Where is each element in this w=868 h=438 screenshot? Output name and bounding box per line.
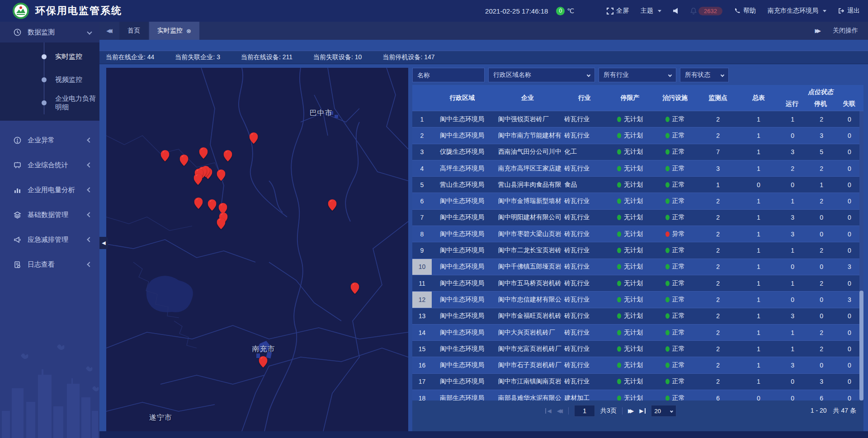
- tabs-scroll-left[interactable]: ◀◀: [99, 22, 119, 40]
- page-size-select[interactable]: 20: [651, 405, 676, 417]
- table-row[interactable]: 2阆中生态环境局阆中市南方节能建材有砖瓦行业无计划正常21030: [412, 127, 863, 144]
- table-row[interactable]: 1阆中生态环境局阆中强锐页岩砖厂砖瓦行业无计划正常21120: [412, 111, 863, 127]
- sidebar-subitem-power-load-detail[interactable]: 企业电力负荷明细: [0, 91, 99, 114]
- region-select[interactable]: 行政区域名称: [488, 68, 595, 82]
- map-pin-icon[interactable]: [199, 147, 208, 159]
- sidebar-item-emergency-reduction[interactable]: 应急减排管理: [0, 230, 99, 249]
- map-pin-icon[interactable]: [161, 150, 170, 161]
- table-row[interactable]: 18南部生态环境局南部县难华水泥有限公建材加工无计划正常60060: [412, 390, 863, 400]
- prev-page-button[interactable]: ◀◀: [557, 408, 563, 414]
- cell-run: 3: [778, 144, 807, 160]
- cell-monitor: 7: [697, 144, 740, 160]
- caret-down-icon: [658, 10, 661, 12]
- map-pin-icon[interactable]: [224, 150, 232, 161]
- map-pin-icon[interactable]: [194, 174, 203, 185]
- cell-industry: 砖瓦行业: [562, 374, 606, 390]
- cell-stopped: 0: [807, 210, 835, 226]
- scrollbar-thumb[interactable]: [859, 291, 863, 400]
- map-pin-icon[interactable]: [350, 283, 359, 294]
- cell-stopped: 3: [807, 374, 835, 390]
- green-status-dot: [665, 379, 670, 384]
- table-row[interactable]: 15阆中生态环境局阆中市光富页岩机砖厂砖瓦行业无计划正常21120: [412, 341, 863, 357]
- tab-realtime-monitor[interactable]: 实时监控 ⊗: [149, 22, 199, 40]
- sidebar-item-power-analysis[interactable]: 企业用电量分析: [0, 180, 99, 199]
- first-page-button[interactable]: ◀: [545, 408, 551, 414]
- sidebar-item-data-monitor[interactable]: 数据监测: [0, 22, 99, 42]
- close-tab-icon[interactable]: ⊗: [186, 28, 191, 34]
- page-number-input[interactable]: [574, 405, 595, 417]
- sidebar-item-base-data[interactable]: 基础数据管理: [0, 205, 99, 224]
- table-row[interactable]: 3仪陇生态环境局西南油气田分公司川中化工无计划正常71350: [412, 144, 863, 160]
- tabs-scroll-right[interactable]: ▶▶: [815, 28, 821, 34]
- org-dropdown[interactable]: 南充市生态环境局: [768, 7, 826, 15]
- table-row[interactable]: 12阆中生态环境局阆中市忠信建材有限公砖瓦行业无计划正常21003: [412, 292, 863, 308]
- sound-button[interactable]: [673, 8, 679, 14]
- map-pin-icon[interactable]: [217, 218, 225, 229]
- col-stop: 停限产: [606, 85, 654, 111]
- sidebar-item-enterprise-abnormal[interactable]: 企业异常: [0, 131, 99, 150]
- table-row[interactable]: 5营山生态环境局营山县润丰肉食品有限食品无计划正常10010: [412, 177, 863, 193]
- table-row[interactable]: 9阆中生态环境局阆中市二龙长宝页岩砖砖瓦行业无计划正常21120: [412, 242, 863, 259]
- sidebar-collapse-button[interactable]: ◀: [99, 237, 108, 249]
- sidebar-item-log-view[interactable]: 日志查看: [0, 255, 99, 274]
- cell-stopped: 1: [807, 177, 835, 193]
- table-row[interactable]: 16阆中生态环境局阆中市石子页岩机砖厂砖瓦行业无计划正常21300: [412, 357, 863, 373]
- help-button[interactable]: 帮助: [734, 7, 756, 15]
- map-pin-icon[interactable]: [208, 199, 216, 211]
- table-row[interactable]: 4高坪生态环境局南充市高坪区王家店建砖瓦行业无计划正常31220: [412, 160, 863, 177]
- cell-stopped: 0: [807, 226, 835, 242]
- industry-select[interactable]: 所有行业: [599, 68, 676, 82]
- close-operations-button[interactable]: 关闭操作: [833, 27, 858, 35]
- name-search-input[interactable]: [412, 68, 485, 82]
- cell-stop: 无计划: [606, 357, 654, 373]
- sidebar-item-enterprise-statistics[interactable]: 企业综合统计: [0, 155, 99, 174]
- range-label: 1 - 20: [811, 407, 827, 415]
- map-pin-icon[interactable]: [194, 198, 203, 209]
- table-row[interactable]: 10阆中生态环境局阆中千佛镇五郎垭页岩砖瓦行业无计划正常21003: [412, 259, 863, 275]
- cell-region: 高坪生态环境局: [432, 160, 493, 176]
- megaphone-icon: [14, 236, 21, 244]
- row-number: 1: [412, 111, 432, 127]
- notifications[interactable]: 2632: [690, 7, 722, 15]
- cell-monitor: 2: [697, 242, 740, 258]
- green-status-dot: [665, 363, 670, 368]
- cell-enterprise: 南部县难华水泥有限公: [493, 390, 563, 400]
- table-row[interactable]: 17阆中生态环境局阆中市江南镇阆南页岩砖瓦行业无计划正常21030: [412, 374, 863, 390]
- map-pin-icon[interactable]: [328, 199, 337, 211]
- cell-stopped: 0: [807, 308, 835, 324]
- table-row[interactable]: 13阆中生态环境局阆中市金福旺页岩机砖砖瓦行业无计划正常21300: [412, 308, 863, 325]
- cell-meter: 0: [739, 390, 778, 400]
- table-row[interactable]: 6阆中生态环境局阆中市金博瑞新型墙材砖瓦行业无计划正常21120: [412, 193, 863, 209]
- cell-stop: 无计划: [606, 308, 654, 324]
- cell-enterprise: 阆中千佛镇五郎垭页岩: [493, 259, 563, 275]
- bullet-icon: [42, 100, 47, 105]
- table-row[interactable]: 8阆中生态环境局阆中市枣碧大梁山页岩砖瓦行业无计划异常21300: [412, 226, 863, 242]
- sidebar-subitem-video-monitor[interactable]: 视频监控: [0, 68, 99, 91]
- cell-stop: 无计划: [606, 242, 654, 258]
- col-stopped: 停机: [807, 97, 835, 111]
- map-pin-icon[interactable]: [217, 170, 225, 181]
- table-row[interactable]: 7阆中生态环境局阆中明阳建材有限公司砖瓦行业无计划正常21300: [412, 210, 863, 226]
- theme-dropdown[interactable]: 主题: [641, 7, 661, 15]
- fullscreen-button[interactable]: 全屏: [607, 7, 629, 15]
- logout-button[interactable]: 退出: [838, 7, 860, 15]
- green-status-dot: [665, 396, 670, 400]
- sidebar-subitem-realtime-monitor[interactable]: 实时监控: [0, 45, 99, 68]
- map-pin-icon[interactable]: [179, 155, 188, 166]
- map-pin-icon[interactable]: [259, 356, 267, 367]
- green-status-dot: [617, 231, 621, 237]
- row-number: 4: [412, 160, 432, 176]
- table-row[interactable]: 14阆中生态环境局阆中大兴页岩机砖厂砖瓦行业无计划正常21120: [412, 325, 863, 341]
- tab-home[interactable]: 首页: [119, 22, 148, 40]
- last-page-button[interactable]: ▶: [639, 408, 645, 414]
- cell-region: 阆中生态环境局: [432, 127, 493, 143]
- cell-region: 阆中生态环境局: [432, 341, 493, 357]
- map-pin-icon[interactable]: [249, 132, 258, 144]
- next-page-button[interactable]: ▶▶: [628, 408, 634, 414]
- cell-region: 阆中生态环境局: [432, 308, 493, 324]
- status-select[interactable]: 所有状态: [680, 68, 729, 82]
- table-scrollbar[interactable]: [859, 111, 863, 400]
- submenu-data-monitor: 实时监控 视频监控 企业电力负荷明细: [0, 42, 99, 121]
- table-row[interactable]: 11阆中生态环境局阆中市五马桥页岩机砖砖瓦行业无计划正常21120: [412, 275, 863, 292]
- map-panel[interactable]: 巴中市南充市遂宁市: [106, 68, 408, 431]
